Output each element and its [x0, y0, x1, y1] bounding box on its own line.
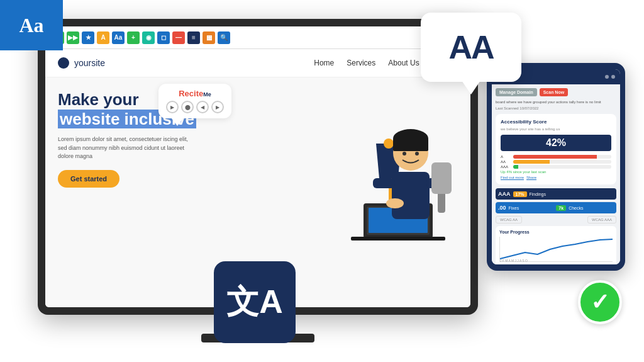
bar-label-aa: AA — [501, 160, 511, 164]
sub-text: Lorem ipsum dolor sit amet, consectetuer… — [58, 135, 196, 161]
aaa-findings: Findings — [530, 192, 614, 196]
bar-track-aa — [513, 160, 611, 164]
nav-home[interactable]: Home — [314, 59, 334, 67]
website-nav: yoursite Home Services About Us Contact — [45, 49, 470, 77]
manage-domain-btn[interactable]: Manage Domain — [496, 88, 537, 96]
aaa-count: 17% — [513, 191, 527, 197]
tablet-screen: Manage Domain Scan Now board where we ha… — [492, 69, 620, 264]
toolbar-btn-ff[interactable]: ▶▶ — [67, 31, 79, 44]
tablet-header-dot2 — [611, 75, 615, 79]
person-illustration — [332, 81, 458, 244]
toolbar-btn-star[interactable]: ★ — [82, 31, 94, 44]
score-bar-aa: AA — [501, 160, 611, 164]
corner-badge-text: Aa — [19, 14, 43, 37]
tablet-header-dot1 — [605, 75, 609, 79]
share-link[interactable]: Share — [526, 176, 536, 179]
check-mark-icon: ✓ — [591, 289, 609, 315]
svg-rect-18 — [431, 162, 452, 194]
bar-fill-a — [513, 155, 597, 159]
toolbar-btn-minus[interactable]: — — [172, 31, 185, 44]
fixes-label: Fixes — [509, 206, 554, 210]
bar-track-a — [513, 155, 611, 159]
scan-now-btn[interactable]: Scan Now — [540, 88, 568, 96]
progress-title: Your Progress — [499, 230, 613, 234]
score-bar-a: A — [501, 155, 611, 159]
tablet-description: board where we have grouped your actions… — [496, 100, 616, 104]
toolbar-btn-search[interactable]: 🔍 — [218, 31, 230, 44]
score-section: Accessibility Score we believe your site… — [496, 114, 616, 184]
toolbar-btn-list[interactable]: ≡ — [187, 31, 200, 44]
aa-speech-bubble: AA — [421, 13, 521, 82]
bar-track-aaa — [513, 165, 611, 169]
bar-label-aaa: AAA — [501, 165, 511, 169]
score-bars: A AA AAA — [501, 155, 611, 169]
site-logo-dot — [58, 57, 69, 69]
toolbar-btn-grid[interactable]: ▦ — [203, 31, 215, 44]
bar-fill-aa — [513, 160, 550, 164]
tablet-frame: Manage Domain Scan Now board where we ha… — [487, 63, 625, 271]
tablet-container: Manage Domain Scan Now board where we ha… — [487, 63, 625, 271]
aa-bubble-text: AA — [448, 28, 493, 66]
checks-row: .00 Fixes 7k Checks — [496, 202, 616, 213]
score-subtitle: we believe your site has a telling us — [501, 127, 611, 131]
bubble-ctrl-play[interactable]: ▶ — [166, 101, 179, 113]
wcag-aaa-btn[interactable]: WCAG AAA — [587, 216, 616, 223]
toolbar-btn-square[interactable]: ◻ — [157, 31, 170, 44]
svg-point-16 — [386, 198, 404, 208]
website-toolbar: ▶ ▶▶ ★ A Aa + ◉ ◻ — ≡ ▦ 🔍 ReciteMe — [45, 26, 470, 49]
corner-badge: Aa — [0, 0, 63, 50]
svg-point-3 — [384, 139, 394, 149]
tablet-content: Manage Domain Scan Now board where we ha… — [492, 84, 620, 264]
bar-fill-aaa — [513, 165, 518, 169]
bar-label-a: A — [501, 155, 511, 159]
progress-section: Your Progress J F M A M J J A S O — [496, 226, 616, 264]
wcag-aa-btn[interactable]: WCAG AA — [496, 216, 522, 223]
aaa-label: AAA — [498, 191, 511, 197]
nav-services[interactable]: Services — [347, 59, 375, 67]
checks-count: 7k — [556, 205, 566, 211]
bubble-controls: ▶ ⬤ ◀ ▶ — [166, 101, 224, 113]
score-title: Accessibility Score — [501, 119, 611, 125]
svg-point-13 — [415, 152, 419, 156]
find-out-more[interactable]: Find out more — [501, 176, 524, 179]
translate-icon-text: 文A — [226, 280, 283, 324]
up-indicator: Up 4% since your last scan — [501, 170, 611, 174]
progress-graph: J F M A M J J A S O — [499, 237, 613, 262]
toolbar-btn-circle[interactable]: ◉ — [142, 31, 155, 44]
bubble-ctrl-back[interactable]: ◀ — [196, 101, 209, 113]
recite-logo-bubble: ReciteMe — [166, 89, 224, 98]
checks-label: .00 — [498, 205, 506, 211]
last-scanned: Last Scanned 10/07/2022 — [496, 106, 616, 110]
bubble-ctrl-stop[interactable]: ⬤ — [181, 101, 194, 113]
bubble-ctrl-fwd[interactable]: ▶ — [211, 101, 224, 113]
nav-about[interactable]: About Us — [388, 59, 419, 67]
site-logo: yoursite — [58, 57, 314, 69]
toolbar-btn-a[interactable]: A — [97, 31, 109, 44]
translate-icon: 文A — [214, 261, 296, 343]
checks-text: Checks — [569, 206, 614, 210]
svg-rect-11 — [393, 139, 428, 151]
mode-buttons: WCAG AA WCAG AAA — [496, 216, 616, 223]
green-check: ✓ — [578, 280, 622, 324]
svg-rect-14 — [373, 178, 395, 188]
score-value: 42% — [501, 135, 611, 151]
tablet-buttons: Manage Domain Scan Now — [496, 88, 616, 96]
toolbar-btn-plus[interactable]: + — [127, 31, 140, 44]
svg-point-12 — [402, 152, 406, 156]
speech-bubble: ReciteMe ▶ ⬤ ◀ ▶ — [158, 84, 231, 118]
score-actions: Find out more Share — [501, 176, 611, 179]
get-started-button[interactable]: Get started — [58, 170, 119, 188]
svg-text:J F M A M J J A S O: J F M A M J J A S O — [500, 259, 528, 262]
toolbar-btn-aa[interactable]: Aa — [112, 31, 125, 44]
svg-rect-7 — [351, 237, 445, 240]
aaa-findings-row: AAA 17% Findings — [496, 188, 616, 200]
site-logo-text: yoursite — [74, 58, 105, 68]
svg-rect-8 — [392, 172, 430, 219]
score-bar-aaa: AAA — [501, 165, 611, 169]
